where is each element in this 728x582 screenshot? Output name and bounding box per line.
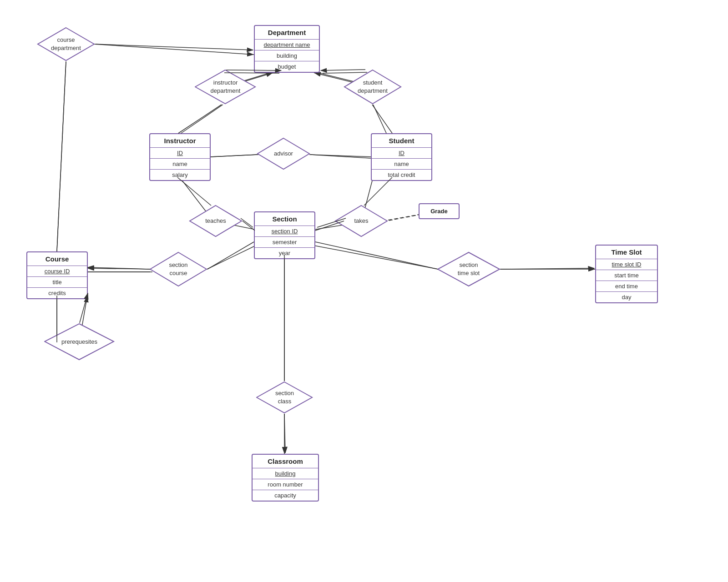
teaches-label: teaches	[205, 217, 226, 225]
takes-diamond: takes	[334, 205, 388, 237]
section-timeslot-diamond: sectiontime slot	[437, 251, 500, 287]
instructor-department-diamond: instructordepartment	[195, 69, 256, 105]
course-department-diamond: coursedepartment	[36, 26, 96, 62]
section-course-diamond: sectioncourse	[149, 251, 207, 287]
teaches-diamond: teaches	[189, 205, 243, 237]
section-timeslot-label: sectiontime slot	[458, 261, 480, 277]
grade-title: Grade	[420, 204, 459, 218]
section-course-label: sectioncourse	[169, 261, 187, 277]
section-class-label: sectionclass	[275, 389, 294, 405]
student-department-diamond: studentdepartment	[344, 69, 402, 105]
advisor-diamond: advisor	[257, 137, 310, 170]
instructor-department-label: instructordepartment	[211, 79, 241, 95]
advisor-label: advisor	[274, 150, 293, 158]
course-department-label: coursedepartment	[51, 36, 81, 52]
student-department-label: studentdepartment	[358, 79, 388, 95]
prerequesites-label: prerequesites	[61, 338, 97, 346]
grade-entity: Grade	[419, 203, 460, 219]
prerequesites-diamond: prerequesites	[44, 323, 115, 361]
takes-label: takes	[354, 217, 368, 225]
